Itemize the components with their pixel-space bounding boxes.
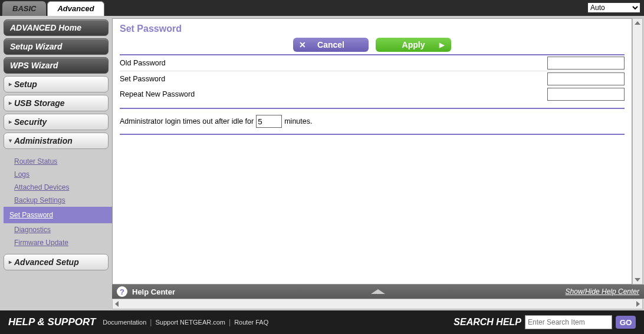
sidebar-group-label: Security [14, 114, 47, 130]
footer-link-documentation[interactable]: Documentation [103, 319, 146, 326]
apply-button-label: Apply [402, 40, 425, 49]
label-set-password: Set Password [120, 75, 547, 83]
input-old-password[interactable] [547, 57, 625, 70]
subitem-logs[interactable]: Logs [14, 168, 109, 181]
vertical-scrollbar[interactable] [632, 18, 643, 285]
language-select[interactable]: Auto [587, 2, 640, 13]
chevron-down-icon: ▾ [9, 133, 12, 148]
row-set-password: Set Password [120, 71, 625, 87]
sidebar: ADVANCED Home Setup Wizard WPS Wizard ▸ … [0, 16, 112, 310]
button-row: ✕ Cancel Apply ▶ [120, 38, 625, 52]
timeout-text-post: minutes. [284, 117, 312, 125]
cancel-button-label: Cancel [317, 40, 344, 49]
tab-basic[interactable]: BASIC [2, 1, 46, 16]
chevron-right-icon: ▸ [9, 114, 12, 130]
label-repeat-password: Repeat New Password [120, 90, 547, 98]
main-column: Set Password ✕ Cancel Apply ▶ Old Passwo… [112, 16, 644, 310]
sidebar-group-security[interactable]: ▸ Security [4, 114, 109, 130]
separator: | [229, 318, 231, 326]
cancel-button[interactable]: ✕ Cancel [293, 38, 369, 52]
input-timeout-minutes[interactable] [256, 115, 282, 128]
search-help-input[interactable] [525, 315, 612, 329]
content-area: Set Password ✕ Cancel Apply ▶ Old Passwo… [112, 18, 632, 285]
body: ADVANCED Home Setup Wizard WPS Wizard ▸ … [0, 16, 644, 310]
show-hide-help-link[interactable]: Show/Hide Help Center [566, 287, 639, 296]
sidebar-group-usb[interactable]: ▸ USB Storage [4, 95, 109, 111]
divider [120, 108, 625, 109]
subitem-attached-devices[interactable]: Attached Devices [14, 181, 109, 194]
go-button[interactable]: GO [616, 316, 636, 329]
help-center-bar: ? Help Center Show/Hide Help Center [112, 285, 644, 299]
footer-link-faq[interactable]: Router FAQ [234, 319, 268, 326]
input-set-password[interactable] [547, 72, 625, 85]
chevron-up-icon[interactable] [371, 289, 385, 294]
sidebar-group-advanced-setup[interactable]: ▸ Advanced Setup [4, 254, 109, 270]
sidebar-group-administration[interactable]: ▾ Administration [4, 133, 109, 149]
sidebar-group-label: Setup [14, 77, 37, 92]
sidebar-group-setup[interactable]: ▸ Setup [4, 76, 109, 92]
chevron-right-icon: ▸ [9, 95, 12, 111]
timeout-text-pre: Administrator login times out after idle… [120, 117, 254, 125]
subitem-router-status[interactable]: Router Status [14, 155, 109, 168]
tab-advanced[interactable]: Advanced [47, 1, 104, 16]
search-help-label: SEARCH HELP [454, 317, 521, 328]
sidebar-group-label: Administration [14, 133, 73, 148]
top-tab-bar: BASIC Advanced Auto [0, 0, 644, 16]
sidebar-wps-wizard[interactable]: WPS Wizard [4, 57, 109, 74]
apply-button[interactable]: Apply ▶ [376, 38, 451, 52]
footer-link-support[interactable]: Support NETGEAR.com [155, 319, 225, 326]
arrow-right-icon: ▶ [439, 41, 444, 49]
sidebar-admin-subitems: Router Status Logs Attached Devices Back… [4, 151, 109, 254]
chevron-right-icon: ▸ [9, 77, 12, 92]
help-icon: ? [117, 286, 127, 297]
footer-search: SEARCH HELP GO [454, 315, 636, 329]
page-title: Set Password [120, 24, 625, 34]
language-dropdown[interactable]: Auto [587, 2, 640, 13]
sidebar-group-label: Advanced Setup [14, 254, 79, 270]
subitem-set-password[interactable]: Set Password [4, 207, 112, 223]
close-icon: ✕ [299, 40, 306, 49]
footer-title: HELP & SUPPORT [8, 316, 96, 328]
help-center-label: Help Center [132, 287, 175, 296]
subitem-diagnostics[interactable]: Diagnostics [14, 223, 109, 236]
timeout-line: Administrator login times out after idle… [120, 113, 625, 135]
sidebar-setup-wizard[interactable]: Setup Wizard [4, 38, 109, 55]
subitem-firmware-update[interactable]: Firmware Update [14, 236, 109, 249]
horizontal-scrollbar[interactable] [112, 299, 643, 309]
subitem-backup-settings[interactable]: Backup Settings [14, 194, 109, 207]
row-repeat-password: Repeat New Password [120, 87, 625, 102]
sidebar-advanced-home[interactable]: ADVANCED Home [4, 19, 109, 36]
footer: HELP & SUPPORT Documentation | Support N… [0, 310, 644, 334]
sidebar-group-label: USB Storage [14, 95, 65, 111]
input-repeat-password[interactable] [547, 88, 625, 101]
label-old-password: Old Password [120, 59, 547, 67]
chevron-right-icon: ▸ [9, 254, 12, 270]
separator: | [150, 318, 152, 326]
row-old-password: Old Password [120, 55, 625, 71]
